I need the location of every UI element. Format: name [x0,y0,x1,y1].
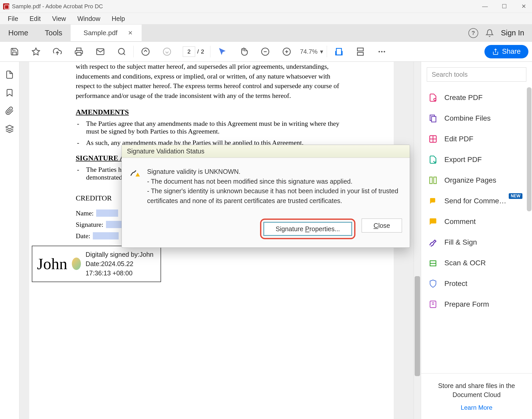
page-sep: / [197,48,199,55]
bookmarks-icon[interactable] [4,88,15,98]
signature-validation-dialog: Signature Validation Status Signature va… [121,145,410,248]
dialog-line3: - The signer's identity is unknown becau… [147,186,402,206]
doc-scrollbar-thumb[interactable] [415,276,420,376]
tool-export-pdf[interactable]: Export PDF [421,149,526,170]
page-total: 2 [201,48,204,55]
svg-point-6 [163,48,170,55]
svg-rect-13 [358,48,363,51]
tab-home[interactable]: Home [0,25,36,41]
field-date-label: Date: [76,232,90,240]
left-nav [0,62,19,419]
page-down-icon[interactable] [160,44,174,59]
signature-properties-button[interactable]: Signature Properties... [263,222,352,236]
maximize-button[interactable]: ☐ [499,1,510,12]
list-item: -The Parties agree that any amendments m… [76,120,347,135]
select-tool-icon[interactable] [215,44,229,59]
field-name-label: Name: [76,210,94,217]
tab-document[interactable]: Sample.pdf ✕ [71,25,142,41]
svg-marker-34 [135,173,140,176]
print-icon[interactable] [72,44,86,59]
share-label: Share [502,48,521,56]
svg-point-3 [118,48,124,54]
cloud-footer-text: Store and share files in the Document Cl… [430,381,523,399]
learn-more-link[interactable]: Learn More [430,404,523,411]
dialog-line1: Signature validity is UNKNOWN. [147,167,402,177]
search-tools-input[interactable]: Search tools [427,67,526,82]
titlebar: Sample.pdf - Adobe Acrobat Pro DC — ☐ ✕ [0,0,532,13]
search-icon[interactable] [115,44,129,59]
save-icon[interactable] [7,44,21,59]
svg-rect-12 [336,48,341,55]
svg-rect-23 [431,117,436,122]
help-icon[interactable]: ? [468,28,478,38]
chevron-down-icon: ▾ [320,48,323,55]
signature-badge-icon [72,258,81,270]
page-input[interactable] [183,46,195,57]
zoom-value: 74.7% [300,48,317,55]
email-icon[interactable] [93,44,107,59]
tool-organize-pages[interactable]: Organize Pages [421,170,526,191]
menu-bar: File Edit View Window Help [0,13,532,25]
signature-date: Date:2024.05.22 17:36:13 +08:00 [86,259,156,278]
tool-scan-ocr[interactable]: Scan & OCR [421,253,526,273]
svg-point-15 [378,51,380,52]
field-signature-label: Signature: [76,221,103,229]
minimize-button[interactable]: — [480,1,490,12]
hand-tool-icon[interactable] [237,44,251,59]
tools-scrollbar-thumb[interactable] [527,87,531,211]
heading-amendments: AMENDMENTS [76,108,347,116]
bell-icon[interactable] [485,28,495,38]
tool-fill-sign[interactable]: Fill & Sign [421,232,526,253]
digital-signature-box[interactable]: John Digitally signed by:John Date:2024.… [32,246,161,282]
tool-edit-pdf[interactable]: Edit PDF [421,129,526,149]
tools-list: Create PDF Combine Files Edit PDF Export… [421,87,532,373]
date-field[interactable] [93,232,119,239]
tool-comment[interactable]: Comment [421,211,526,232]
close-dialog-button[interactable]: Close [362,219,402,232]
zoom-in-icon[interactable] [279,44,294,59]
tool-create-pdf[interactable]: Create PDF [421,87,526,108]
tool-prepare-form[interactable]: Prepare Form [421,294,526,315]
svg-marker-18 [6,125,13,129]
zoom-select[interactable]: 74.7% ▾ [300,48,323,55]
star-icon[interactable] [29,44,43,59]
fit-width-icon[interactable] [332,44,346,59]
sign-in-button[interactable]: Sign In [501,29,524,37]
cloud-upload-icon[interactable] [50,44,64,59]
tab-close-icon[interactable]: ✕ [128,30,133,36]
cloud-footer: Store and share files in the Document Cl… [421,373,532,419]
right-tools-panel: Search tools Create PDF Combine Files Ed… [421,62,532,419]
tool-combine-files[interactable]: Combine Files [421,108,526,129]
svg-point-17 [384,51,385,52]
layers-icon[interactable] [4,124,15,134]
share-button[interactable]: Share [484,45,528,58]
name-field[interactable] [96,210,118,217]
menu-edit[interactable]: Edit [25,13,45,25]
tab-tools[interactable]: Tools [36,25,71,41]
dialog-line2: - The document has not been modified sin… [147,177,402,187]
close-window-button[interactable]: ✕ [519,1,529,12]
page-up-icon[interactable] [138,44,153,59]
menu-window[interactable]: Window [73,13,105,25]
svg-rect-27 [430,177,432,184]
zoom-out-icon[interactable] [258,44,272,59]
more-tools-icon[interactable] [375,44,389,59]
scroll-mode-icon[interactable] [353,44,367,59]
highlight-annotation: Signature Properties... [260,219,355,239]
menu-file[interactable]: File [3,13,23,25]
svg-rect-28 [434,177,436,184]
new-badge: NEW [509,193,522,199]
toolbar: / 2 74.7% ▾ Share [0,42,532,62]
tool-protect[interactable]: Protect [421,273,526,294]
pages-thumbnail-icon[interactable] [4,69,15,80]
svg-marker-0 [32,48,39,55]
doc-intro: with respect to the subject matter hereo… [76,62,347,101]
signature-field[interactable] [106,221,121,228]
attachments-icon[interactable] [4,106,15,116]
page-indicator: / 2 [183,46,204,57]
doc-scrollbar[interactable] [414,62,421,419]
menu-help[interactable]: Help [107,13,130,25]
tool-send-for-comments[interactable]: Send for Comme…NEW [421,191,526,211]
svg-point-5 [142,48,149,55]
menu-view[interactable]: View [47,13,71,25]
